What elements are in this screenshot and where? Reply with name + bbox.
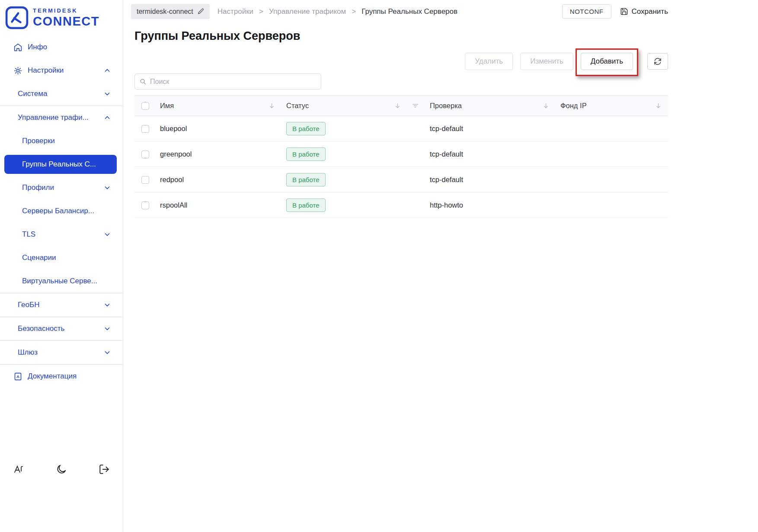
cell-name: redpool (155, 167, 281, 192)
sidebar-item-real-server-groups[interactable]: Группы Реальных С... (4, 155, 117, 174)
table-row[interactable]: rspoolAll В работе http-howto (134, 192, 668, 218)
sidebar-item-label: Сценарии (22, 253, 56, 262)
sidebar-item-label: Виртуальные Серве... (22, 277, 97, 285)
sidebar-item-checks[interactable]: Проверки (0, 129, 123, 153)
table-row[interactable]: greenpool В работе tcp-default (134, 141, 668, 167)
status-badge: В работе (286, 147, 326, 161)
page-title: Группы Реальных Серверов (134, 29, 668, 43)
edit-button[interactable]: Изменить (520, 53, 573, 70)
select-all-checkbox[interactable] (141, 102, 149, 110)
topbar: termidesk-connect Настройки > Управление… (123, 0, 668, 23)
instance-name: termidesk-connect (137, 8, 193, 16)
column-header-ip-pool: Фонд IP (560, 102, 587, 110)
brand-name: TERMIDESK (33, 8, 99, 13)
sidebar-item-label: Проверки (22, 137, 55, 145)
notconf-button[interactable]: NOTCONF (562, 4, 611, 19)
gear-icon (13, 66, 22, 75)
sidebar-item-label: Система (18, 90, 47, 98)
edit-pencil-icon[interactable] (198, 8, 204, 15)
sidebar-item-label: Инфо (28, 43, 47, 51)
search-box (134, 74, 321, 90)
logout-icon[interactable] (99, 464, 110, 475)
sidebar-item-scenarios[interactable]: Сценарии (0, 246, 123, 269)
server-groups-table: Имя Статус (134, 96, 668, 218)
table-actions-row: Удалить Изменить Добавить (134, 53, 668, 70)
page-content: Группы Реальных Серверов Удалить Изменит… (123, 29, 668, 218)
dark-mode-moon-icon[interactable] (56, 464, 67, 475)
cell-name: greenpool (155, 141, 281, 167)
cell-name: rspoolAll (155, 192, 281, 218)
chevron-down-icon (104, 184, 111, 191)
cell-ip-pool (556, 192, 668, 218)
sidebar-item-virtual-servers[interactable]: Виртуальные Серве... (0, 269, 123, 293)
font-size-icon[interactable] (13, 464, 24, 475)
sort-icon[interactable] (655, 102, 662, 109)
save-floppy-icon (620, 7, 628, 16)
cell-check: tcp-default (425, 141, 556, 167)
breadcrumb-traffic-management[interactable]: Управление трафиком (269, 7, 346, 16)
delete-button[interactable]: Удалить (465, 53, 513, 70)
documentation-icon: A (13, 372, 22, 381)
sidebar-item-label: Безопасность (18, 324, 64, 333)
sidebar-item-label: Серверы Балансир... (22, 207, 94, 215)
instance-name-chip[interactable]: termidesk-connect (131, 4, 210, 19)
chevron-down-icon (104, 90, 111, 97)
column-header-name: Имя (160, 102, 174, 110)
cell-name: bluepool (155, 116, 281, 141)
cell-ip-pool (556, 167, 668, 192)
breadcrumb-separator: > (259, 7, 263, 16)
refresh-button[interactable] (647, 53, 668, 70)
search-input[interactable] (150, 78, 316, 86)
sidebar-item-label: Документация (28, 372, 77, 381)
sidebar-item-system[interactable]: Система (0, 82, 123, 106)
sidebar-item-label: Профили (22, 183, 54, 192)
row-checkbox[interactable] (141, 176, 149, 184)
cell-check: tcp-default (425, 167, 556, 192)
sidebar-item-settings[interactable]: Настройки (0, 59, 123, 82)
sidebar-item-documentation[interactable]: A Документация (0, 365, 123, 388)
column-header-status: Статус (286, 102, 309, 110)
topbar-actions: NOTCONF Сохранить (562, 4, 668, 19)
table-header-row: Имя Статус (134, 96, 668, 116)
row-checkbox[interactable] (141, 151, 149, 158)
status-badge: В работе (286, 173, 326, 186)
breadcrumb: Настройки > Управление трафиком > Группы… (217, 7, 457, 16)
sidebar-item-info[interactable]: Инфо (0, 35, 123, 59)
sidebar-item-traffic-management[interactable]: Управление трафи... (0, 106, 123, 129)
sort-icon[interactable] (542, 102, 550, 109)
status-badge: В работе (286, 122, 326, 135)
breadcrumb-settings[interactable]: Настройки (217, 7, 253, 16)
sidebar-item-balancing-servers[interactable]: Серверы Балансир... (0, 199, 123, 223)
chevron-up-icon (104, 114, 111, 121)
filter-icon[interactable] (412, 102, 419, 109)
sidebar-item-label: TLS (22, 230, 35, 239)
table-row[interactable]: redpool В работе tcp-default (134, 167, 668, 192)
sidebar-item-label: Шлюз (18, 348, 38, 357)
sidebar-item-gateway[interactable]: Шлюз (0, 341, 123, 364)
chevron-down-icon (104, 301, 111, 308)
sidebar-item-tls[interactable]: TLS (0, 223, 123, 246)
table-row[interactable]: bluepool В работе tcp-default (134, 116, 668, 141)
save-button-label: Сохранить (632, 7, 668, 16)
cell-check: tcp-default (425, 116, 556, 141)
add-button-wrapper: Добавить (581, 53, 633, 70)
row-checkbox[interactable] (141, 125, 149, 133)
sidebar: TERMIDESK CONNECT Инфо Настройки Система (0, 0, 123, 532)
sidebar-item-geo[interactable]: ГеоБН (0, 293, 123, 317)
brand-logo: TERMIDESK CONNECT (0, 0, 123, 35)
sidebar-item-label: Группы Реальных С... (22, 160, 96, 169)
sidebar-item-profiles[interactable]: Профили (0, 176, 123, 199)
add-button[interactable]: Добавить (581, 53, 633, 70)
row-checkbox[interactable] (141, 202, 149, 209)
main-area: termidesk-connect Настройки > Управление… (123, 0, 758, 532)
app-window: TERMIDESK CONNECT Инфо Настройки Система (0, 0, 758, 532)
chevron-down-icon (104, 349, 111, 356)
sort-icon[interactable] (268, 102, 275, 109)
save-button[interactable]: Сохранить (620, 7, 668, 16)
column-header-check: Проверка (430, 102, 462, 110)
sort-icon[interactable] (394, 102, 401, 109)
breadcrumb-current-page: Группы Реальных Серверов (361, 7, 457, 16)
chevron-down-icon (104, 231, 111, 238)
sidebar-item-security[interactable]: Безопасность (0, 317, 123, 340)
refresh-icon (654, 58, 662, 65)
